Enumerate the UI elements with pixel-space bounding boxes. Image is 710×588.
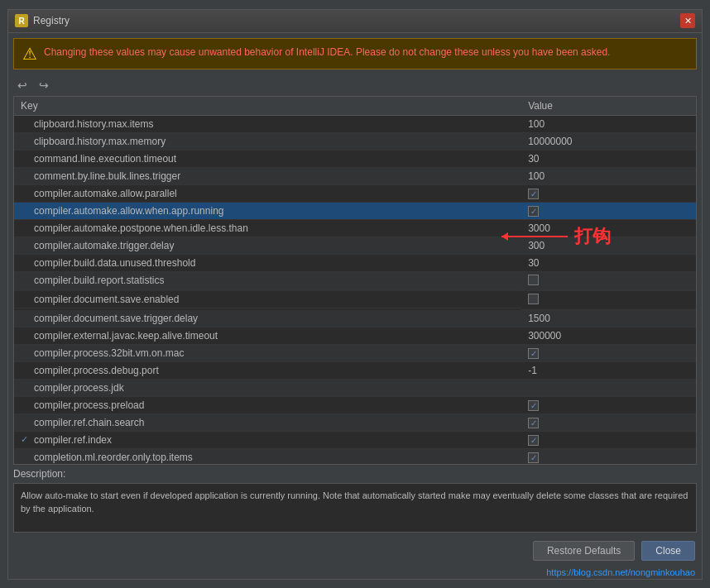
value-cell bbox=[521, 414, 696, 432]
toolbar: ↩ ↪ bbox=[8, 74, 702, 96]
key-cell: completion.ml.reorder.only.top.items bbox=[14, 449, 521, 465]
key-column-header: Key bbox=[14, 97, 521, 116]
table-row[interactable]: compiler.process.debug.port-1 bbox=[14, 362, 696, 380]
button-bar: Restore Defaults Close bbox=[8, 536, 702, 566]
registry-window: R Registry ✕ ⚠ Changing these values may… bbox=[7, 9, 703, 580]
checkbox[interactable] bbox=[528, 435, 539, 446]
table-row[interactable]: compiler.automake.allow.when.app.running bbox=[14, 203, 696, 220]
key-cell: compiler.automake.allow.parallel bbox=[14, 185, 521, 203]
value-cell: 1500 bbox=[521, 310, 696, 327]
table-row[interactable]: compiler.automake.postpone.when.idle.les… bbox=[14, 220, 696, 237]
value-cell: 10000000 bbox=[521, 133, 696, 151]
key-cell: clipboard.history.max.memory bbox=[14, 133, 521, 151]
key-cell: compiler.automake.allow.when.app.running bbox=[14, 203, 521, 220]
table-row[interactable]: compiler.process.jdk bbox=[14, 380, 696, 397]
key-cell: compiler.automake.postpone.when.idle.les… bbox=[14, 220, 521, 237]
key-text: clipboard.history.max.memory bbox=[34, 136, 166, 147]
table-row[interactable]: command.line.execution.timeout30 bbox=[14, 151, 696, 168]
value-cell: -1 bbox=[521, 362, 696, 380]
key-cell: comment.by.line.bulk.lines.trigger bbox=[14, 168, 521, 185]
checkbox[interactable] bbox=[528, 348, 539, 359]
checkbox[interactable] bbox=[528, 294, 539, 304]
key-cell: compiler.process.debug.port bbox=[14, 362, 521, 380]
key-text: compiler.automake.allow.parallel bbox=[34, 188, 177, 199]
checkbox[interactable] bbox=[528, 418, 539, 428]
table-row[interactable]: completion.ml.reorder.only.top.items bbox=[14, 449, 696, 465]
key-text: compiler.ref.chain.search bbox=[34, 417, 144, 428]
value-cell bbox=[521, 185, 696, 203]
warning-icon: ⚠ bbox=[22, 45, 37, 62]
key-cell: compiler.document.save.enabled bbox=[14, 291, 521, 308]
checkbox[interactable] bbox=[528, 275, 539, 285]
window-title: Registry bbox=[33, 15, 680, 26]
description-label: Description: bbox=[13, 468, 697, 480]
key-text: compiler.process.32bit.vm.on.mac bbox=[34, 347, 184, 359]
key-text: compiler.build.report.statistics bbox=[34, 275, 164, 286]
key-cell: compiler.process.32bit.vm.on.mac bbox=[14, 345, 521, 362]
close-window-button[interactable]: ✕ bbox=[680, 13, 695, 28]
key-cell: command.line.execution.timeout bbox=[14, 151, 521, 168]
close-button[interactable]: Close bbox=[641, 541, 695, 561]
key-cell: compiler.build.data.unused.threshold bbox=[14, 255, 521, 272]
table-row[interactable]: compiler.external.javac.keep.alive.timeo… bbox=[14, 327, 696, 345]
table-row[interactable]: compiler.build.report.statistics bbox=[14, 272, 696, 291]
key-text: compiler.process.debug.port bbox=[34, 365, 159, 376]
value-cell: 100 bbox=[521, 168, 696, 185]
value-cell: 3000 bbox=[521, 220, 696, 237]
key-text: compiler.automake.allow.when.app.running bbox=[34, 205, 223, 217]
table-row[interactable]: clipboard.history.max.memory10000000 bbox=[14, 133, 696, 151]
table-row[interactable]: compiler.automake.allow.parallel bbox=[14, 185, 696, 203]
warning-bar: ⚠ Changing these values may cause unwant… bbox=[13, 38, 697, 69]
restore-defaults-button[interactable]: Restore Defaults bbox=[533, 541, 635, 561]
value-cell bbox=[521, 432, 696, 449]
row-marker: ✓ bbox=[21, 434, 31, 445]
key-text: compiler.document.save.enabled bbox=[34, 294, 179, 305]
value-cell: 30 bbox=[521, 151, 696, 168]
table-row[interactable]: clipboard.history.max.items100 bbox=[14, 115, 696, 133]
value-cell: 30 bbox=[521, 255, 696, 272]
key-text: compiler.document.save.trigger.delay bbox=[34, 313, 198, 324]
value-cell: 300000 bbox=[521, 327, 696, 345]
table-row[interactable]: compiler.ref.chain.search bbox=[14, 414, 696, 432]
value-cell bbox=[521, 449, 696, 465]
table-row[interactable]: compiler.process.preload bbox=[14, 397, 696, 414]
key-cell: compiler.build.report.statistics bbox=[14, 272, 521, 289]
key-text: compiler.process.jdk bbox=[34, 382, 124, 394]
watermark: https://blog.csdn.net/nongminkouhao bbox=[8, 566, 702, 579]
table-row[interactable]: comment.by.line.bulk.lines.trigger100 bbox=[14, 168, 696, 185]
table-row[interactable]: compiler.automake.trigger.delay300 bbox=[14, 237, 696, 255]
warning-text: Changing these values may cause unwanted… bbox=[44, 45, 610, 60]
value-cell bbox=[521, 272, 696, 291]
key-text: clipboard.history.max.items bbox=[34, 118, 154, 130]
key-text: command.line.execution.timeout bbox=[34, 153, 176, 165]
title-bar: R Registry ✕ bbox=[8, 10, 702, 33]
checkbox[interactable] bbox=[528, 452, 539, 463]
app-icon: R bbox=[15, 14, 28, 27]
table-row[interactable]: compiler.document.save.enabled bbox=[14, 291, 696, 310]
value-cell bbox=[521, 380, 696, 397]
value-cell bbox=[521, 397, 696, 414]
description-text: Allow auto-make to start even if develop… bbox=[13, 483, 697, 533]
undo-button[interactable]: ↩ bbox=[13, 76, 31, 94]
redo-button[interactable]: ↪ bbox=[35, 76, 53, 94]
key-cell: compiler.automake.trigger.delay bbox=[14, 237, 521, 255]
value-cell bbox=[521, 345, 696, 362]
table-row[interactable]: compiler.process.32bit.vm.on.mac bbox=[14, 345, 696, 362]
key-text: comment.by.line.bulk.lines.trigger bbox=[34, 170, 180, 182]
table-row[interactable]: compiler.build.data.unused.threshold30 bbox=[14, 255, 696, 272]
table-row[interactable]: ✓compiler.ref.index bbox=[14, 432, 696, 449]
key-cell: compiler.process.jdk bbox=[14, 380, 521, 397]
key-cell: ✓compiler.ref.index bbox=[14, 432, 521, 449]
checkbox[interactable] bbox=[528, 189, 539, 199]
key-cell: compiler.ref.chain.search bbox=[14, 414, 521, 432]
checkbox[interactable] bbox=[528, 400, 539, 411]
description-section: Description: Allow auto-make to start ev… bbox=[8, 465, 702, 536]
checkbox[interactable] bbox=[528, 206, 539, 217]
key-text: compiler.automake.trigger.delay bbox=[34, 240, 174, 251]
table-row[interactable]: compiler.document.save.trigger.delay1500 bbox=[14, 310, 696, 327]
registry-table: Key Value clipboard.history.max.items100… bbox=[14, 97, 696, 465]
key-text: compiler.external.javac.keep.alive.timeo… bbox=[34, 330, 218, 342]
key-text: completion.ml.reorder.only.top.items bbox=[34, 452, 193, 463]
registry-table-container[interactable]: Key Value clipboard.history.max.items100… bbox=[13, 96, 697, 465]
key-text: compiler.process.preload bbox=[34, 399, 144, 411]
